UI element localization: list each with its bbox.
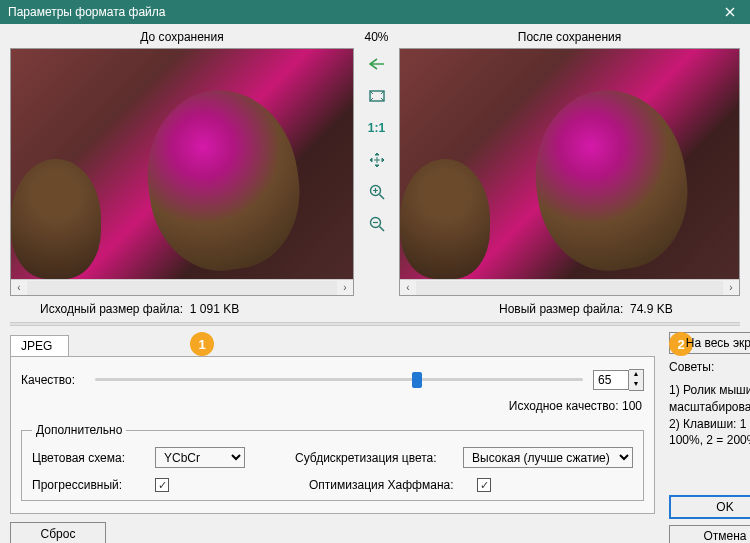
advanced-group: Дополнительно Цветовая схема: YCbCr Субд…: [21, 423, 644, 501]
preview-before[interactable]: ‹ ›: [10, 48, 354, 296]
tip-line-2: 2) Клавиши: 1 = 100%, 2 = 200%...: [669, 416, 750, 450]
original-quality: Исходное качество: 100: [21, 399, 642, 413]
progressive-label: Прогрессивный:: [32, 478, 137, 492]
original-size: Исходный размер файла: 1 091 KB: [10, 302, 354, 316]
advanced-legend: Дополнительно: [32, 423, 126, 437]
scroll-track[interactable]: [27, 281, 337, 295]
huffman-checkbox[interactable]: ✓: [477, 478, 491, 492]
preview-toolbar: 1:1: [354, 48, 399, 296]
zoom-in-icon[interactable]: [367, 182, 387, 202]
quality-spin-down[interactable]: ▼: [629, 380, 643, 390]
huffman-label: Оптимизация Хаффмана:: [309, 478, 459, 492]
close-button[interactable]: [710, 0, 750, 24]
zoom-percent: 40%: [354, 30, 399, 44]
actual-size-button[interactable]: 1:1: [367, 118, 387, 138]
subsampling-label: Субдискретизация цвета:: [295, 451, 445, 465]
pan-icon[interactable]: [367, 150, 387, 170]
badge-1: 1: [190, 332, 214, 356]
ok-button[interactable]: OK: [669, 495, 750, 519]
zoom-out-icon[interactable]: [367, 214, 387, 234]
scroll-left-icon[interactable]: ‹: [400, 280, 416, 296]
preview-after-image: [400, 49, 739, 279]
subsampling-select[interactable]: Высокая (лучше сжатие): [463, 447, 633, 468]
quality-slider[interactable]: [95, 370, 583, 390]
cancel-button[interactable]: Отмена: [669, 525, 750, 543]
tip-line-1: 1) Ролик мыши = масштабирование: [669, 382, 750, 416]
preview-after[interactable]: ‹ ›: [399, 48, 740, 296]
scrollbar-after[interactable]: ‹ ›: [400, 279, 739, 295]
quality-spin-up[interactable]: ▲: [629, 370, 643, 380]
quality-label: Качество:: [21, 373, 85, 387]
color-scheme-select[interactable]: YCbCr: [155, 447, 245, 468]
back-icon[interactable]: [367, 54, 387, 74]
after-label: После сохранения: [399, 30, 740, 44]
scroll-right-icon[interactable]: ›: [723, 280, 739, 296]
tips-title: Советы:: [669, 360, 750, 374]
fit-screen-icon[interactable]: [367, 86, 387, 106]
scroll-right-icon[interactable]: ›: [337, 280, 353, 296]
scroll-track[interactable]: [416, 281, 723, 295]
preview-before-image: [11, 49, 353, 279]
progressive-checkbox[interactable]: ✓: [155, 478, 169, 492]
new-size: Новый размер файла: 74.9 KB: [399, 302, 740, 316]
title-bar: Параметры формата файла: [0, 0, 750, 24]
before-label: До сохранения: [10, 30, 354, 44]
window-title: Параметры формата файла: [8, 5, 165, 19]
scroll-left-icon[interactable]: ‹: [11, 280, 27, 296]
scrollbar-before[interactable]: ‹ ›: [11, 279, 353, 295]
color-scheme-label: Цветовая схема:: [32, 451, 137, 465]
reset-button[interactable]: Сброс: [10, 522, 106, 543]
tab-jpeg[interactable]: JPEG: [10, 335, 69, 356]
quality-input[interactable]: [593, 370, 629, 390]
jpeg-panel: Качество: ▲ ▼ Исходное качество: 10: [10, 356, 655, 514]
divider: [10, 322, 740, 326]
